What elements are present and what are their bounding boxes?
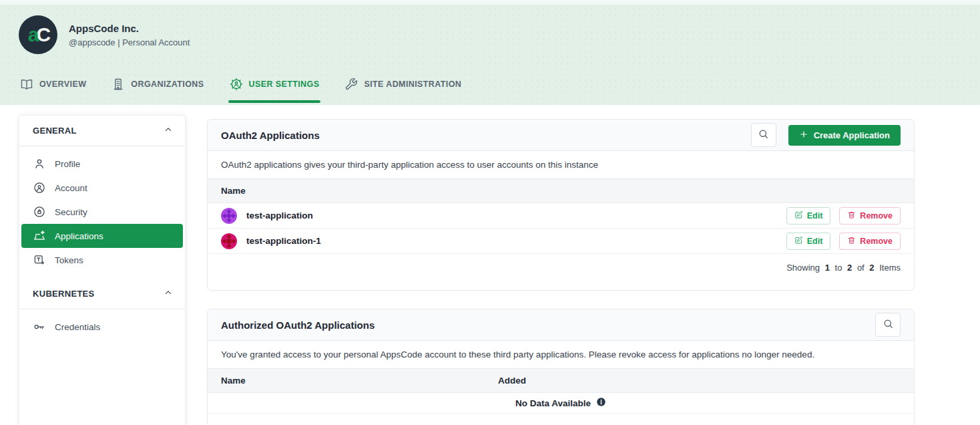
panel-description: OAuth2 applications gives your third-par… xyxy=(208,151,914,179)
app-avatar xyxy=(221,208,237,224)
panel-actions: Create Application xyxy=(751,123,901,147)
sidebar-item-label: Profile xyxy=(55,159,80,169)
app-name-cell: test-application xyxy=(221,208,313,224)
plus-icon xyxy=(799,130,808,141)
appscode-logo-icon: a C xyxy=(19,15,57,54)
tab-label: SITE ADMINISTRATION xyxy=(364,80,461,89)
authorized-oauth2-panel: Authorized OAuth2 Applications You've gr… xyxy=(207,309,915,425)
sidebar-item-profile[interactable]: Profile xyxy=(19,152,185,176)
sidebar-item-label: Account xyxy=(55,183,87,193)
key-icon xyxy=(33,320,46,333)
oauth2-applications-panel: OAuth2 Applications Create Application O… xyxy=(207,119,915,291)
pagination-text: Showing xyxy=(786,263,820,273)
user-icon xyxy=(33,157,46,170)
tab-site-administration[interactable]: SITE ADMINISTRATION xyxy=(343,71,463,105)
org-identity: a C AppsCode Inc. @appscode | Personal A… xyxy=(0,0,980,54)
sidebar-item-credentials[interactable]: Credentials xyxy=(19,315,185,339)
table-header: Name Added xyxy=(208,369,914,393)
column-added: Added xyxy=(498,376,901,386)
app-name: test-application-1 xyxy=(246,236,321,246)
section-title: GENERAL xyxy=(33,126,77,136)
pagination-summary: Showing 1 to 2 of 2 Items xyxy=(784,263,901,273)
edit-label: Edit xyxy=(807,211,823,221)
create-application-button[interactable]: Create Application xyxy=(788,125,901,146)
search-button[interactable] xyxy=(875,313,901,337)
chevron-up-icon xyxy=(164,125,173,136)
empty-state: No Data Available xyxy=(208,393,914,414)
pagination-total: 2 xyxy=(869,263,874,273)
app-name-cell: test-application-1 xyxy=(221,233,321,249)
sidebar-item-security[interactable]: Security xyxy=(19,200,185,224)
info-icon[interactable] xyxy=(596,397,606,409)
edit-label: Edit xyxy=(807,237,823,246)
account-badge-icon xyxy=(33,181,46,194)
wrench-icon xyxy=(344,78,358,91)
pagination-start: 1 xyxy=(825,263,830,273)
settings-sidebar: GENERAL Profile Account xyxy=(19,115,186,425)
panel-footer xyxy=(208,414,914,425)
content: GENERAL Profile Account xyxy=(0,105,980,425)
pagination-end: 2 xyxy=(847,263,852,273)
table-row: test-application Edit Remove xyxy=(208,203,914,229)
row-actions: Edit Remove xyxy=(786,207,901,225)
tab-overview[interactable]: OVERVIEW xyxy=(19,71,87,105)
sidebar-list-general: Profile Account Security xyxy=(19,146,185,279)
header: a C AppsCode Inc. @appscode | Personal A… xyxy=(0,0,980,105)
sidebar-item-tokens[interactable]: Tokens xyxy=(19,248,185,272)
sidebar-item-label: Security xyxy=(55,207,87,217)
pagination-text: Items xyxy=(879,263,901,273)
table-header: Name xyxy=(208,179,914,203)
sidebar-list-kubernetes: Credentials xyxy=(19,309,185,345)
primary-tabs: OVERVIEW ORGANIZATIONS USER SETTINGS SIT… xyxy=(19,71,463,105)
chevron-up-icon xyxy=(164,288,173,299)
logo-letter-c: C xyxy=(37,23,49,46)
remove-label: Remove xyxy=(860,237,893,246)
org-text: AppsCode Inc. @appscode | Personal Accou… xyxy=(69,23,190,47)
table-row: test-application-1 Edit Remove xyxy=(208,229,914,254)
edit-button[interactable]: Edit xyxy=(786,207,831,225)
org-name: AppsCode Inc. xyxy=(69,23,190,34)
panel-title: Authorized OAuth2 Applications xyxy=(221,319,375,331)
logo-letter-a: a xyxy=(28,23,37,46)
tab-user-settings[interactable]: USER SETTINGS xyxy=(228,71,321,105)
tab-label: ORGANIZATIONS xyxy=(131,80,204,89)
tab-organizations[interactable]: ORGANIZATIONS xyxy=(110,71,205,105)
pagination-text: of xyxy=(857,263,865,273)
sidebar-item-label: Credentials xyxy=(55,322,100,332)
building-icon xyxy=(111,78,125,91)
app-name: test-application xyxy=(246,210,313,221)
sidebar-item-applications[interactable]: Applications xyxy=(21,224,183,248)
tab-label: USER SETTINGS xyxy=(249,80,320,89)
sidebar-section-general[interactable]: GENERAL xyxy=(19,116,185,146)
shield-lock-icon xyxy=(33,205,46,219)
laptop-gear-icon xyxy=(33,229,46,243)
pencil-icon xyxy=(794,210,803,221)
sidebar-section-kubernetes[interactable]: KUBERNETES xyxy=(19,279,185,309)
trash-icon xyxy=(847,210,856,221)
sidebar-item-account[interactable]: Account xyxy=(19,176,185,200)
row-actions: Edit Remove xyxy=(786,233,901,250)
tab-label: OVERVIEW xyxy=(39,80,86,89)
app-avatar xyxy=(221,233,237,249)
oauth2-panel-header: OAuth2 Applications Create Application xyxy=(208,120,914,151)
search-button[interactable] xyxy=(751,123,776,147)
sidebar-item-label: Applications xyxy=(55,231,103,241)
book-icon xyxy=(20,78,33,91)
pencil-icon xyxy=(794,236,803,247)
org-subtitle: @appscode | Personal Account xyxy=(69,37,190,47)
page: a C AppsCode Inc. @appscode | Personal A… xyxy=(0,0,980,425)
section-title: KUBERNETES xyxy=(33,289,95,299)
edit-button[interactable]: Edit xyxy=(786,233,831,250)
panel-actions xyxy=(875,313,901,337)
remove-button[interactable]: Remove xyxy=(839,233,901,250)
header-top-strip xyxy=(0,0,980,5)
remove-button[interactable]: Remove xyxy=(839,207,901,225)
empty-state-text: No Data Available xyxy=(515,398,591,408)
sidebar-item-label: Tokens xyxy=(55,255,83,265)
column-name: Name xyxy=(221,376,498,386)
pagination: Showing 1 to 2 of 2 Items xyxy=(208,254,914,290)
user-settings-gear-icon xyxy=(230,78,243,91)
token-icon xyxy=(33,253,46,267)
panel-title: OAuth2 Applications xyxy=(221,130,320,141)
search-icon xyxy=(758,128,769,142)
